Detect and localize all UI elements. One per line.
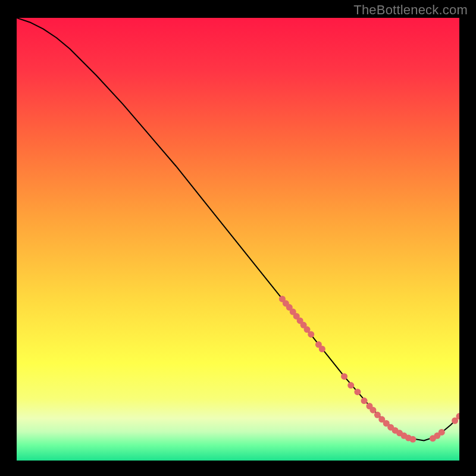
point-markers-valley xyxy=(341,373,347,380)
point-markers-valley xyxy=(361,397,368,404)
chart-background xyxy=(17,18,459,461)
plot-svg xyxy=(17,18,459,461)
point-markers-valley xyxy=(409,436,416,443)
point-markers-upturn xyxy=(439,429,445,436)
point-markers-valley xyxy=(369,407,376,414)
chart-frame: TheBottleneck.com xyxy=(0,0,476,476)
point-markers-valley xyxy=(347,382,354,389)
watermark-text: TheBottleneck.com xyxy=(353,2,468,18)
point-markers-valley xyxy=(354,389,361,395)
point-markers-descent xyxy=(319,346,325,352)
point-markers-descent xyxy=(308,331,314,337)
plot-area xyxy=(17,18,459,461)
